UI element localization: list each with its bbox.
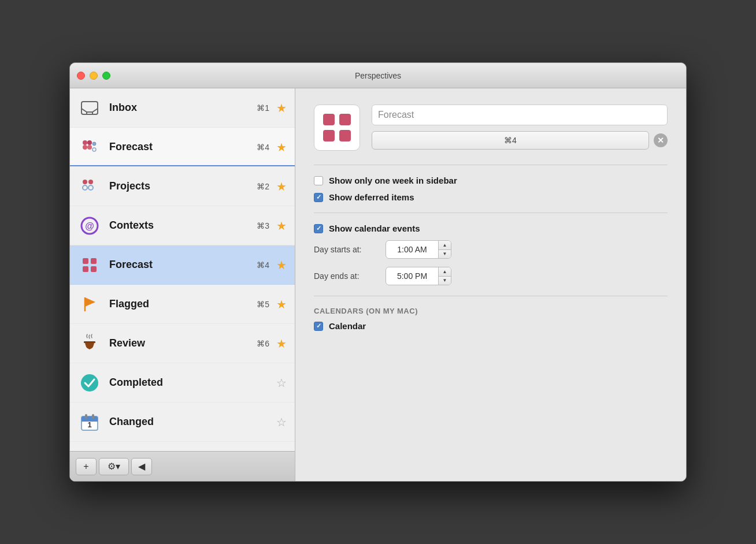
show-deferred-checkbox[interactable] [314, 193, 323, 202]
sidebar-item-inbox[interactable]: Inbox ⌘1 ★ [70, 88, 295, 128]
review-star[interactable]: ★ [276, 337, 287, 351]
flagged-icon [78, 293, 101, 316]
projects-shortcut: ⌘2 [257, 182, 269, 191]
add-perspective-button[interactable]: + [76, 458, 97, 475]
hover-indicator-line [70, 165, 295, 166]
sidebar-item-projects[interactable]: Projects ⌘2 ★ [70, 167, 295, 206]
svg-point-13 [88, 185, 93, 190]
day-ends-stepper: ▲ ▼ [438, 267, 451, 285]
perspective-name-area: ⌘4 ✕ [372, 105, 668, 150]
perspective-icon-box[interactable] [314, 105, 360, 151]
inbox-star[interactable]: ★ [276, 101, 287, 115]
svg-point-6 [87, 140, 92, 145]
svg-rect-29 [323, 114, 335, 125]
completed-star[interactable]: ☆ [276, 376, 287, 390]
svg-point-9 [92, 148, 96, 151]
svg-point-10 [83, 180, 87, 184]
forecast-hover-shortcut: ⌘4 [257, 143, 269, 152]
svg-rect-32 [339, 130, 351, 141]
forecast-hover-star[interactable]: ★ [276, 140, 287, 154]
show-calendar-events-checkbox[interactable] [314, 224, 323, 233]
minimize-button[interactable] [90, 72, 98, 80]
projects-star[interactable]: ★ [276, 180, 287, 193]
flagged-star[interactable]: ★ [276, 297, 287, 311]
svg-rect-27 [85, 414, 87, 419]
settings-button[interactable]: ⚙▾ [99, 458, 129, 475]
sidebar: Inbox ⌘1 ★ [70, 88, 295, 481]
show-one-week-row: Show only one week in sidebar [314, 176, 668, 185]
sidebar-item-forecast-hover[interactable]: Forecast ⌘4 ★ [70, 128, 295, 167]
day-ends-row: Day ends at: ▲ ▼ [314, 267, 668, 285]
svg-rect-30 [339, 114, 351, 125]
day-ends-input[interactable] [386, 267, 438, 285]
shortcut-row: ⌘4 ✕ [372, 131, 668, 150]
forecast-icon [78, 254, 101, 277]
day-starts-up[interactable]: ▲ [439, 241, 451, 250]
main-content: Inbox ⌘1 ★ [70, 88, 686, 481]
divider-3 [314, 296, 668, 296]
day-starts-stepper: ▲ ▼ [438, 241, 451, 258]
completed-label: Completed [109, 377, 269, 389]
divider-2 [314, 213, 668, 213]
show-deferred-row: Show deferred items [314, 192, 668, 202]
calendar-checkbox[interactable] [314, 322, 323, 331]
changed-star[interactable]: ☆ [276, 415, 287, 429]
svg-point-7 [87, 145, 92, 150]
review-label: Review [109, 337, 257, 349]
svg-point-5 [83, 145, 87, 150]
svg-rect-18 [83, 266, 88, 272]
day-starts-input-group: ▲ ▼ [386, 240, 451, 259]
changed-icon: 1 [78, 411, 101, 434]
contexts-star[interactable]: ★ [276, 219, 287, 233]
shortcut-display: ⌘4 [372, 131, 649, 150]
sidebar-item-forecast[interactable]: Forecast ⌘4 ★ [70, 245, 295, 285]
perspectives-window: Perspectives Inbox [69, 62, 687, 482]
projects-icon [78, 175, 101, 198]
sidebar-items-list: Inbox ⌘1 ★ [70, 88, 295, 451]
titlebar: Perspectives [70, 63, 686, 88]
close-button[interactable] [77, 72, 85, 80]
day-ends-down[interactable]: ▼ [439, 277, 451, 285]
day-starts-input[interactable] [386, 241, 438, 258]
svg-rect-16 [83, 258, 88, 264]
maximize-button[interactable] [102, 72, 110, 80]
perspective-header: ⌘4 ✕ [314, 105, 668, 151]
review-shortcut: ⌘6 [257, 339, 269, 348]
day-starts-row: Day starts at: ▲ ▼ [314, 240, 668, 259]
day-starts-label: Day starts at: [314, 245, 377, 254]
show-calendar-events-label: Show calendar events [329, 223, 420, 233]
sidebar-item-changed[interactable]: 1 Changed ☆ [70, 403, 295, 442]
day-starts-down[interactable]: ▼ [439, 250, 451, 259]
traffic-lights [77, 72, 110, 80]
sidebar-item-contexts[interactable]: @ Contexts ⌘3 ★ [70, 206, 295, 245]
svg-point-4 [83, 140, 87, 145]
svg-point-22 [81, 374, 98, 392]
panel-toggle-button[interactable]: ◀ [131, 458, 152, 475]
sidebar-item-flagged[interactable]: Flagged ⌘5 ★ [70, 285, 295, 324]
sidebar-item-review[interactable]: Review ⌘6 ★ [70, 324, 295, 363]
svg-rect-17 [91, 258, 97, 264]
show-one-week-checkbox[interactable] [314, 176, 323, 185]
svg-text:1: 1 [87, 420, 91, 429]
calendar-item-label: Calendar [329, 321, 366, 331]
sidebar-toolbar: + ⚙▾ ◀ [70, 451, 295, 481]
inbox-label: Inbox [109, 102, 257, 114]
flagged-shortcut: ⌘5 [257, 300, 269, 309]
forecast-hover-icon [78, 136, 101, 159]
forecast-active-star[interactable]: ★ [276, 258, 287, 272]
review-icon [78, 332, 101, 355]
day-ends-up[interactable]: ▲ [439, 267, 451, 277]
svg-rect-31 [323, 130, 335, 141]
calendars-section-label: Calendars (On My Mac) [314, 307, 668, 315]
contexts-shortcut: ⌘3 [257, 221, 269, 230]
perspective-name-input[interactable] [372, 105, 668, 125]
calendar-item-row: Calendar [314, 321, 668, 331]
sidebar-item-completed[interactable]: Completed ☆ [70, 363, 295, 403]
forecast-hover-label: Forecast [109, 141, 257, 153]
svg-point-12 [83, 185, 87, 190]
shortcut-clear-button[interactable]: ✕ [654, 133, 668, 147]
show-calendar-events-row: Show calendar events [314, 223, 668, 233]
divider-1 [314, 165, 668, 165]
svg-rect-21 [84, 341, 95, 343]
contexts-label: Contexts [109, 219, 257, 232]
